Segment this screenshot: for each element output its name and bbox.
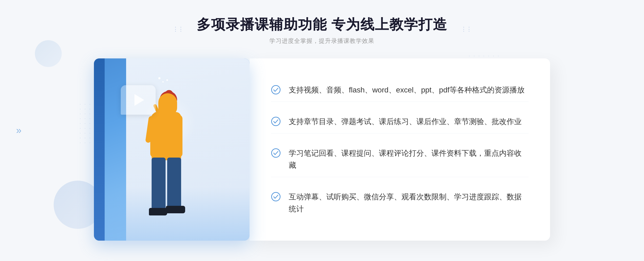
left-arrow-icon: » (16, 125, 21, 136)
person-shoe-left (149, 208, 167, 215)
sparkle-1 (158, 77, 160, 79)
play-triangle-icon (134, 94, 144, 106)
features-panel: 支持视频、音频、flash、word、excel、ppt、pdf等各种格式的资源… (250, 58, 550, 241)
header-decoration-left: ⋮⋮ (173, 26, 183, 33)
page-container: ⋮⋮ ⋮⋮ 多项录播课辅助功能 专为线上教学打造 学习进度全掌握，提升录播课教学… (0, 0, 644, 261)
sparkle-2 (162, 81, 164, 83)
feature-item-4: 互动弹幕、试听购买、微信分享、观看次数限制、学习进度跟踪、数据统计 (271, 186, 529, 221)
person-body (152, 112, 181, 160)
content-area: 支持视频、音频、flash、word、excel、ppt、pdf等各种格式的资源… (94, 58, 550, 241)
feature-item-2: 支持章节目录、弹题考试、课后练习、课后作业、章节测验、批改作业 (271, 110, 529, 133)
check-icon-1 (271, 85, 281, 95)
play-button-bubble (121, 85, 156, 115)
sparkle-3 (166, 79, 168, 81)
feature-item-3: 学习笔记回看、课程提问、课程评论打分、课件资料下载，重点内容收藏 (271, 142, 529, 177)
feature-text-2: 支持章节目录、弹题考试、课后练习、课后作业、章节测验、批改作业 (289, 116, 522, 128)
image-card (94, 58, 250, 241)
person-head (158, 93, 177, 115)
person-pants-left (152, 158, 166, 211)
feature-text-4: 互动弹幕、试听购买、微信分享、观看次数限制、学习进度跟踪、数据统计 (289, 191, 529, 215)
check-icon-4 (271, 192, 281, 202)
decorative-circle-2 (35, 40, 62, 67)
page-subtitle: 学习进度全掌握，提升录播课教学效果 (197, 37, 447, 45)
header-section: ⋮⋮ ⋮⋮ 多项录播课辅助功能 专为线上教学打造 学习进度全掌握，提升录播课教学… (197, 16, 447, 45)
feature-text-1: 支持视频、音频、flash、word、excel、ppt、pdf等各种格式的资源… (289, 84, 525, 96)
svg-point-1 (272, 117, 280, 126)
page-title: 多项录播课辅助功能 专为线上教学打造 (197, 16, 447, 33)
svg-point-0 (272, 85, 280, 94)
header-decoration-right: ⋮⋮ (461, 26, 471, 33)
check-icon-3 (271, 148, 281, 158)
person-shoe-right (166, 206, 185, 213)
feature-item-1: 支持视频、音频、flash、word、excel、ppt、pdf等各种格式的资源… (271, 79, 529, 102)
svg-point-2 (272, 149, 280, 157)
blue-sidebar (94, 58, 105, 241)
check-icon-2 (271, 117, 281, 126)
person-pants-right (167, 158, 181, 208)
svg-point-3 (272, 192, 280, 201)
feature-text-3: 学习笔记回看、课程提问、课程评论打分、课件资料下载，重点内容收藏 (289, 147, 529, 171)
